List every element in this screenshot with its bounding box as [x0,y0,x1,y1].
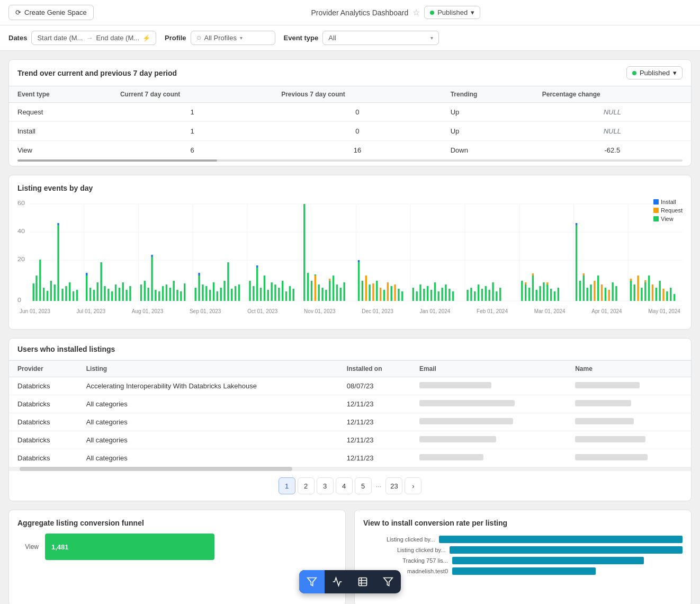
col-name: Name [567,361,691,377]
svg-rect-56 [169,288,171,301]
app-header: ⟳ Create Genie Space Provider Analytics … [0,0,700,25]
svg-rect-97 [325,290,327,301]
svg-rect-173 [644,282,646,301]
svg-rect-51 [151,255,152,257]
legend-request-color [653,208,659,213]
chevron-down-icon: ▾ [673,69,677,77]
profile-label: Profile [165,34,186,42]
date-range-input[interactable]: Start date (M... → End date (M... ⚡ [31,31,156,45]
svg-rect-98 [329,281,330,301]
page-4-button[interactable]: 4 [336,477,353,494]
trend-title: Trend over current and previous 7 day pe… [17,69,177,77]
col-listing: Listing [78,361,338,377]
page-2-button[interactable]: 2 [298,477,315,494]
svg-rect-123 [430,290,432,301]
event-type-filter-group: Event type All ▾ [284,31,439,45]
svg-rect-163 [601,285,603,301]
trending-cell: Up [442,103,534,122]
conversion-row: Listing clicked by... [363,536,683,543]
horizontal-scrollbar[interactable] [9,467,691,471]
svg-rect-57 [173,281,174,301]
svg-rect-61 [195,288,196,301]
svg-rect-151 [550,289,552,301]
svg-rect-149 [546,285,548,301]
svg-rect-81 [267,290,269,301]
chart-toolbar-button[interactable] [325,570,350,593]
svg-rect-116 [398,289,399,301]
users-table: Provider Listing Installed on Email Name… [9,360,691,467]
svg-rect-32 [76,290,78,301]
table-toolbar-button[interactable] [350,570,375,593]
page-23-button[interactable]: 23 [385,477,402,494]
conversion-card: View to install conversion rate per list… [354,510,692,604]
page-3-button[interactable]: 3 [317,477,334,494]
svg-rect-65 [205,286,207,301]
svg-rect-169 [630,279,632,281]
filter-toolbar-button[interactable] [299,570,325,593]
event-type-select[interactable]: All ▾ [322,31,439,45]
event-type-label: Event type [284,34,319,42]
page-1-button[interactable]: 1 [279,477,295,494]
svg-rect-90 [307,273,309,301]
pct-change-cell: -62.5 [534,141,691,160]
svg-rect-63 [198,273,200,276]
svg-rect-84 [278,288,280,301]
svg-rect-110 [376,281,378,301]
published-status-badge[interactable]: Published ▾ [424,6,480,19]
star-icon[interactable]: ☆ [412,7,420,17]
bar-chart-svg: 60 40 20 0 [17,199,683,305]
svg-rect-64 [202,285,203,301]
svg-rect-47 [140,285,142,301]
svg-rect-29 [65,286,67,301]
svg-rect-86 [285,291,287,301]
svg-rect-54 [162,286,164,301]
svg-rect-137 [492,282,493,301]
page-5-button[interactable]: 5 [355,477,372,494]
event-type-cell: Request [9,103,112,122]
svg-rect-75 [249,281,250,301]
svg-rect-55 [166,285,167,301]
trending-cell: Up [442,122,534,141]
chevron-down-icon: ▾ [240,35,243,41]
listing-cell: All categories [78,431,338,449]
svg-rect-30 [69,282,70,301]
svg-rect-141 [525,285,526,301]
svg-rect-70 [223,281,225,301]
chevron-down-icon: ▾ [471,8,474,16]
pct-change-cell: NULL [534,103,691,122]
svg-rect-67 [213,282,214,301]
vertical-scrollbar[interactable] [17,159,683,162]
svg-rect-182 [674,294,675,301]
svg-rect-93 [315,276,316,301]
users-table-row: Databricks All categories 12/11/23 .com [9,449,691,467]
conversion-row: Listing clicked by... [363,546,683,554]
users-table-row: Databricks Accelerating Interoperability… [9,377,691,395]
svg-rect-147 [539,286,541,301]
users-table-header-row: Provider Listing Installed on Email Name [9,361,691,377]
svg-rect-165 [608,290,610,301]
funnel-toolbar-button[interactable] [375,570,401,593]
svg-rect-35 [89,288,91,301]
svg-rect-107 [365,276,367,301]
provider-cell: Databricks [9,449,78,467]
svg-rect-139 [499,288,501,301]
svg-rect-27 [57,223,59,225]
installed-on-cell: 12/11/23 [338,431,411,449]
name-cell [567,395,691,413]
svg-rect-157 [583,276,585,301]
trend-published-filter[interactable]: Published ▾ [626,66,683,79]
svg-rect-161 [594,281,595,301]
svg-rect-31 [73,291,74,301]
listing-cell: All categories [78,449,338,467]
event-type-cell: Install [9,122,112,141]
svg-rect-178 [659,281,660,301]
create-genie-space-button[interactable]: ⟳ Create Genie Space [8,5,94,20]
users-table-row: Databricks All categories 12/11/23 [9,413,691,431]
name-cell: .com [567,449,691,467]
svg-rect-136 [488,290,490,301]
status-dot [430,11,434,15]
bottom-toolbar [299,570,401,593]
svg-rect-39 [104,286,105,301]
next-page-button[interactable]: › [405,477,421,494]
profile-select[interactable]: ⊙ All Profiles ▾ [191,31,275,45]
